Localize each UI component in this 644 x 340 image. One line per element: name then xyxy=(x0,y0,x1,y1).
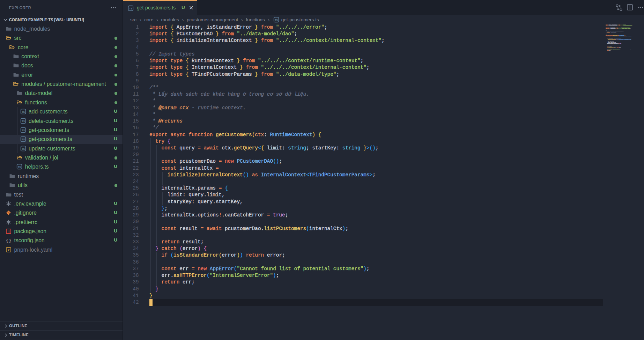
svg-text:TS: TS xyxy=(22,128,25,132)
svg-text:TS: TS xyxy=(18,165,21,169)
svg-text:TS: TS xyxy=(22,110,25,113)
svg-text:TS: TS xyxy=(22,119,25,123)
svg-text:TS: TS xyxy=(129,7,132,10)
svg-text:TS: TS xyxy=(275,18,278,21)
svg-text:TS: TS xyxy=(22,147,25,150)
svg-text:TS: TS xyxy=(22,138,25,141)
svg-text:{}: {} xyxy=(6,238,12,243)
svg-text:Y: Y xyxy=(7,248,10,252)
